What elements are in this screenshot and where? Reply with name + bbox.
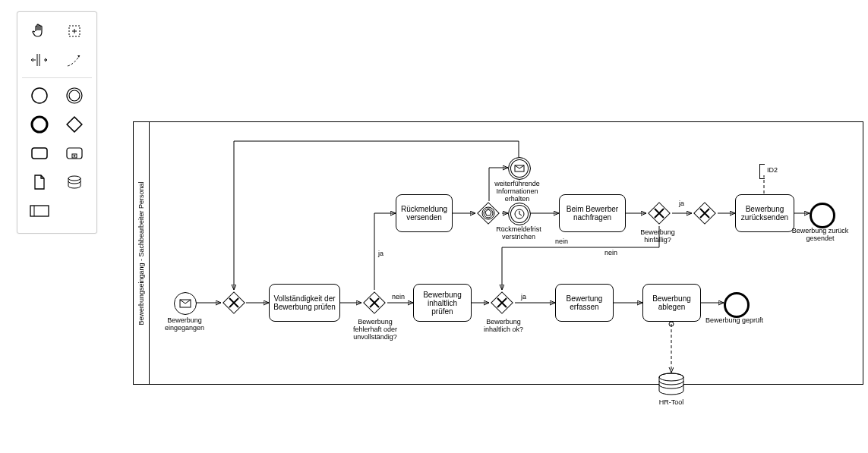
gateway-faulty-label: Bewerbung fehlerhaft oder unvollständig?: [345, 318, 406, 341]
svg-point-4: [32, 117, 47, 132]
text-annotation[interactable]: ID2: [767, 166, 778, 174]
space-tool[interactable]: [28, 49, 51, 71]
edges-layer: [149, 122, 863, 384]
task-record-rating[interactable]: Bewertung erfassen: [555, 284, 614, 322]
task-return-application[interactable]: Bewerbung zurücksenden: [735, 194, 794, 232]
gateway-faulty[interactable]: [361, 290, 387, 316]
event-deadline[interactable]: [508, 203, 531, 225]
message-icon: [179, 299, 191, 308]
gateway-merge-1[interactable]: [221, 290, 247, 316]
start-event[interactable]: [174, 292, 197, 315]
task-label: Rückmeldung versenden: [399, 205, 449, 222]
start-event-tool[interactable]: [28, 84, 51, 107]
bpmn-editor: Bewerbungseingang - Sachbearbeiter Perso…: [0, 0, 868, 453]
task-check-completeness[interactable]: Vollständigkeit der Bewerbung prüfen: [269, 284, 340, 322]
tool-palette: [17, 11, 97, 234]
timer-icon: [514, 209, 525, 219]
event-info-received-label: weiterführende Informationen erhalten: [483, 180, 551, 203]
gateway-obsolete[interactable]: [646, 200, 672, 226]
hand-tool[interactable]: [28, 20, 51, 42]
gateway-content-ok[interactable]: [489, 290, 515, 316]
svg-rect-10: [30, 206, 49, 216]
participant-tool[interactable]: [28, 200, 51, 222]
message-icon: [514, 165, 525, 172]
svg-rect-6: [32, 148, 47, 159]
event-deadline-label: Rückmeldefrist verstrichen: [488, 225, 549, 241]
gateway-content-ok-label: Bewerbung inhaltlich ok?: [474, 318, 533, 333]
data-store-label: HR-Tool: [656, 398, 687, 406]
task-file-application[interactable]: Bewerbung ablegen: [642, 284, 701, 322]
lane-header[interactable]: Bewerbungseingang - Sachbearbeiter Perso…: [134, 122, 150, 384]
task-check-content[interactable]: Bewerbung inhaltlich prüfen: [413, 284, 472, 322]
svg-point-1: [32, 88, 47, 103]
data-store-tool[interactable]: [63, 171, 86, 193]
gateway-merge-2[interactable]: [692, 200, 718, 226]
gateway-tool[interactable]: [63, 113, 86, 136]
event-info-received[interactable]: [508, 157, 531, 180]
flow-label-nein-3: nein: [604, 249, 617, 256]
task-label: Beim Bewerber nachfragen: [563, 205, 622, 222]
end-event-sent[interactable]: [810, 203, 835, 228]
data-object-tool[interactable]: [28, 171, 51, 193]
flow-label-nein-1: nein: [392, 293, 405, 300]
bpmn-pool[interactable]: Bewerbungseingang - Sachbearbeiter Perso…: [133, 121, 863, 385]
task-label: Bewerbung zurücksenden: [739, 205, 791, 222]
intermediate-event-tool[interactable]: [63, 84, 86, 107]
end-event-sent-label: Bewerbung zurück gesendet: [790, 227, 851, 242]
task-tool[interactable]: [28, 142, 51, 165]
flow-label-ja-3: ja: [679, 200, 684, 207]
task-label: Vollständigkeit der Bewerbung prüfen: [273, 294, 336, 311]
svg-point-9: [68, 176, 80, 181]
task-label: Bewerbung inhaltlich prüfen: [417, 291, 468, 316]
svg-point-3: [69, 90, 80, 101]
data-store-hr-tool[interactable]: [658, 373, 685, 398]
lasso-tool[interactable]: [63, 20, 86, 42]
task-label: Bewertung erfassen: [559, 294, 610, 311]
task-send-feedback[interactable]: Rückmeldung versenden: [396, 194, 453, 232]
subprocess-tool[interactable]: [63, 142, 86, 165]
lane-title-text: Bewerbungseingang - Sachbearbeiter Perso…: [137, 181, 145, 325]
end-event-checked-label: Bewerbung geprüft: [704, 316, 765, 324]
task-ask-applicant[interactable]: Beim Bewerber nachfragen: [559, 194, 626, 232]
svg-rect-5: [67, 117, 82, 132]
flow-label-nein-2: nein: [555, 238, 568, 245]
gateway-obsolete-label: Bewerbung hinfällig?: [631, 228, 684, 244]
gateway-event-based[interactable]: [475, 200, 501, 226]
start-event-label: Bewerbung eingegangen: [154, 316, 215, 332]
palette-empty-slot: [63, 200, 86, 222]
flow-label-ja-1: ja: [378, 250, 383, 257]
end-event-tool[interactable]: [28, 113, 51, 136]
annotation-bracket: [759, 164, 765, 179]
end-event-checked[interactable]: [724, 292, 750, 318]
flow-label-ja-2: ja: [521, 293, 526, 300]
connect-tool[interactable]: [63, 49, 86, 71]
svg-rect-33: [478, 203, 499, 224]
task-label: Bewerbung ablegen: [646, 294, 697, 311]
